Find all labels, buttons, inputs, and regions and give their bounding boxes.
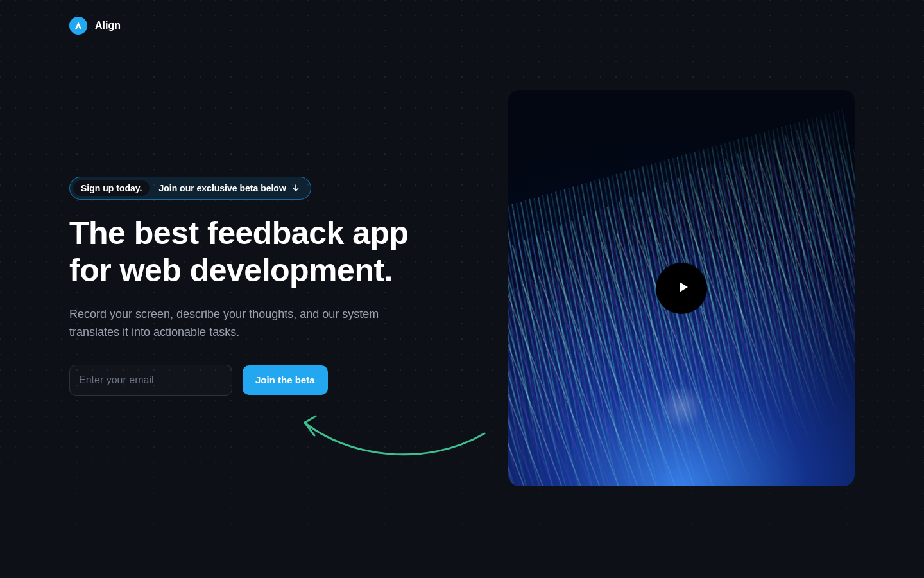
play-button[interactable] [656,263,707,314]
brand-logo[interactable]: Align [69,17,121,35]
signup-badge[interactable]: Sign up today. Join our exclusive beta b… [69,177,311,200]
signup-form: Join the beta [69,365,457,396]
hero-headline: The best feedback app for web developmen… [69,215,457,289]
email-field[interactable] [69,365,232,396]
brand-logo-mark-icon [69,17,87,35]
play-icon [672,279,691,298]
arrow-down-icon [291,184,300,193]
signup-badge-chip: Sign up today. [73,180,150,196]
signup-badge-text: Join our exclusive beta below [158,183,286,193]
hero-copy: Sign up today. Join our exclusive beta b… [69,90,457,578]
hero-video-thumbnail [508,90,855,486]
join-beta-button[interactable]: Join the beta [243,365,328,395]
hero-subheadline: Record your screen, describe your though… [69,306,429,342]
brand-name: Align [95,20,121,31]
